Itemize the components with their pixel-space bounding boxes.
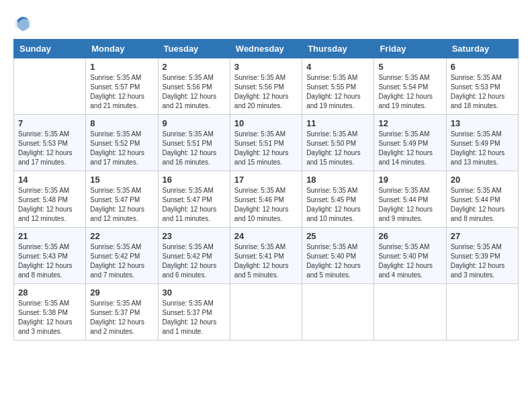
day-number: 17 [234,175,298,185]
calendar-cell [302,284,374,340]
calendar-cell: 7Sunrise: 5:35 AM Sunset: 5:53 PM Daylig… [14,115,86,171]
calendar-table: SundayMondayTuesdayWednesdayThursdayFrid… [13,39,519,340]
day-info: Sunrise: 5:35 AM Sunset: 5:54 PM Dayligh… [378,73,441,111]
calendar-cell: 18Sunrise: 5:35 AM Sunset: 5:45 PM Dayli… [302,171,374,228]
day-info: Sunrise: 5:35 AM Sunset: 5:42 PM Dayligh… [163,242,226,280]
day-info: Sunrise: 5:35 AM Sunset: 5:49 PM Dayligh… [378,130,441,167]
day-info: Sunrise: 5:35 AM Sunset: 5:57 PM Dayligh… [90,73,153,111]
col-header-monday: Monday [86,40,158,58]
day-info: Sunrise: 5:35 AM Sunset: 5:37 PM Dayligh… [163,299,226,336]
calendar-cell: 24Sunrise: 5:35 AM Sunset: 5:41 PM Dayli… [230,228,302,284]
day-info: Sunrise: 5:35 AM Sunset: 5:56 PM Dayligh… [163,73,226,111]
calendar-cell: 30Sunrise: 5:35 AM Sunset: 5:37 PM Dayli… [158,284,230,340]
calendar-cell: 5Sunrise: 5:35 AM Sunset: 5:54 PM Daylig… [374,58,446,115]
calendar-cell: 28Sunrise: 5:35 AM Sunset: 5:38 PM Dayli… [14,284,86,340]
calendar-cell: 15Sunrise: 5:35 AM Sunset: 5:47 PM Dayli… [86,171,158,228]
day-number: 23 [163,231,226,241]
col-header-tuesday: Tuesday [158,40,230,58]
day-number: 25 [306,231,369,241]
calendar-cell: 9Sunrise: 5:35 AM Sunset: 5:51 PM Daylig… [158,115,230,171]
day-info: Sunrise: 5:35 AM Sunset: 5:51 PM Dayligh… [234,130,298,167]
day-info: Sunrise: 5:35 AM Sunset: 5:44 PM Dayligh… [451,186,514,224]
calendar-cell: 25Sunrise: 5:35 AM Sunset: 5:40 PM Dayli… [302,228,374,284]
day-info: Sunrise: 5:35 AM Sunset: 5:50 PM Dayligh… [306,130,369,167]
day-number: 24 [234,231,298,241]
calendar-cell: 13Sunrise: 5:35 AM Sunset: 5:49 PM Dayli… [446,115,518,171]
day-info: Sunrise: 5:35 AM Sunset: 5:44 PM Dayligh… [378,186,441,224]
day-number: 30 [163,287,226,298]
col-header-saturday: Saturday [446,40,518,58]
day-number: 18 [306,175,369,185]
day-info: Sunrise: 5:35 AM Sunset: 5:51 PM Dayligh… [163,130,226,167]
calendar-cell: 4Sunrise: 5:35 AM Sunset: 5:55 PM Daylig… [302,58,374,115]
day-info: Sunrise: 5:35 AM Sunset: 5:56 PM Dayligh… [234,73,298,111]
day-info: Sunrise: 5:35 AM Sunset: 5:45 PM Dayligh… [306,186,369,224]
day-number: 4 [306,62,369,72]
day-info: Sunrise: 5:35 AM Sunset: 5:55 PM Dayligh… [306,73,369,111]
calendar-cell: 23Sunrise: 5:35 AM Sunset: 5:42 PM Dayli… [158,228,230,284]
day-number: 21 [18,231,81,241]
day-info: Sunrise: 5:35 AM Sunset: 5:43 PM Dayligh… [18,242,81,280]
day-info: Sunrise: 5:35 AM Sunset: 5:53 PM Dayligh… [451,73,514,111]
day-number: 14 [18,175,81,185]
logo [13,13,35,32]
calendar-cell: 29Sunrise: 5:35 AM Sunset: 5:37 PM Dayli… [86,284,158,340]
calendar-cell: 26Sunrise: 5:35 AM Sunset: 5:40 PM Dayli… [374,228,446,284]
calendar-cell: 21Sunrise: 5:35 AM Sunset: 5:43 PM Dayli… [14,228,86,284]
day-number: 20 [451,175,514,185]
day-info: Sunrise: 5:35 AM Sunset: 5:40 PM Dayligh… [306,242,369,280]
day-number: 19 [378,175,441,185]
col-header-friday: Friday [374,40,446,58]
day-number: 16 [163,175,226,185]
day-info: Sunrise: 5:35 AM Sunset: 5:40 PM Dayligh… [378,242,441,280]
calendar-week-row: 28Sunrise: 5:35 AM Sunset: 5:38 PM Dayli… [14,284,519,340]
day-number: 22 [90,231,153,241]
day-info: Sunrise: 5:35 AM Sunset: 5:47 PM Dayligh… [90,186,153,224]
calendar-cell: 6Sunrise: 5:35 AM Sunset: 5:53 PM Daylig… [446,58,518,115]
calendar-cell: 8Sunrise: 5:35 AM Sunset: 5:52 PM Daylig… [86,115,158,171]
calendar-cell: 27Sunrise: 5:35 AM Sunset: 5:39 PM Dayli… [446,228,518,284]
col-header-thursday: Thursday [302,40,374,58]
day-number: 11 [306,118,369,128]
day-info: Sunrise: 5:35 AM Sunset: 5:46 PM Dayligh… [234,186,298,224]
day-info: Sunrise: 5:35 AM Sunset: 5:52 PM Dayligh… [90,130,153,167]
day-number: 29 [90,287,153,298]
calendar-cell: 1Sunrise: 5:35 AM Sunset: 5:57 PM Daylig… [86,58,158,115]
calendar-cell: 3Sunrise: 5:35 AM Sunset: 5:56 PM Daylig… [230,58,302,115]
calendar-cell: 17Sunrise: 5:35 AM Sunset: 5:46 PM Dayli… [230,171,302,228]
calendar-cell [446,284,518,340]
day-number: 8 [90,118,153,128]
day-number: 5 [378,62,441,72]
day-number: 27 [451,231,514,241]
day-number: 10 [234,118,298,128]
day-number: 3 [234,62,298,72]
day-info: Sunrise: 5:35 AM Sunset: 5:42 PM Dayligh… [90,242,153,280]
calendar-week-row: 14Sunrise: 5:35 AM Sunset: 5:48 PM Dayli… [14,171,519,228]
calendar-week-row: 21Sunrise: 5:35 AM Sunset: 5:43 PM Dayli… [14,228,519,284]
day-number: 6 [451,62,514,72]
day-info: Sunrise: 5:35 AM Sunset: 5:39 PM Dayligh… [451,242,514,280]
day-info: Sunrise: 5:35 AM Sunset: 5:37 PM Dayligh… [90,299,153,336]
page-header [13,13,519,32]
day-number: 15 [90,175,153,185]
day-info: Sunrise: 5:35 AM Sunset: 5:38 PM Dayligh… [18,299,81,336]
calendar-cell: 20Sunrise: 5:35 AM Sunset: 5:44 PM Dayli… [446,171,518,228]
calendar-cell: 2Sunrise: 5:35 AM Sunset: 5:56 PM Daylig… [158,58,230,115]
calendar-cell: 22Sunrise: 5:35 AM Sunset: 5:42 PM Dayli… [86,228,158,284]
calendar-cell: 19Sunrise: 5:35 AM Sunset: 5:44 PM Dayli… [374,171,446,228]
day-number: 9 [163,118,226,128]
day-number: 2 [163,62,226,72]
calendar-week-row: 7Sunrise: 5:35 AM Sunset: 5:53 PM Daylig… [14,115,519,171]
day-info: Sunrise: 5:35 AM Sunset: 5:53 PM Dayligh… [18,130,81,167]
calendar-week-row: 1Sunrise: 5:35 AM Sunset: 5:57 PM Daylig… [14,58,519,115]
day-number: 26 [378,231,441,241]
calendar-cell: 12Sunrise: 5:35 AM Sunset: 5:49 PM Dayli… [374,115,446,171]
calendar-cell [14,58,86,115]
calendar-cell: 11Sunrise: 5:35 AM Sunset: 5:50 PM Dayli… [302,115,374,171]
calendar-cell: 10Sunrise: 5:35 AM Sunset: 5:51 PM Dayli… [230,115,302,171]
day-number: 28 [18,287,81,298]
day-info: Sunrise: 5:35 AM Sunset: 5:48 PM Dayligh… [18,186,81,224]
calendar-header-row: SundayMondayTuesdayWednesdayThursdayFrid… [14,40,519,58]
calendar-cell: 16Sunrise: 5:35 AM Sunset: 5:47 PM Dayli… [158,171,230,228]
calendar-cell: 14Sunrise: 5:35 AM Sunset: 5:48 PM Dayli… [14,171,86,228]
